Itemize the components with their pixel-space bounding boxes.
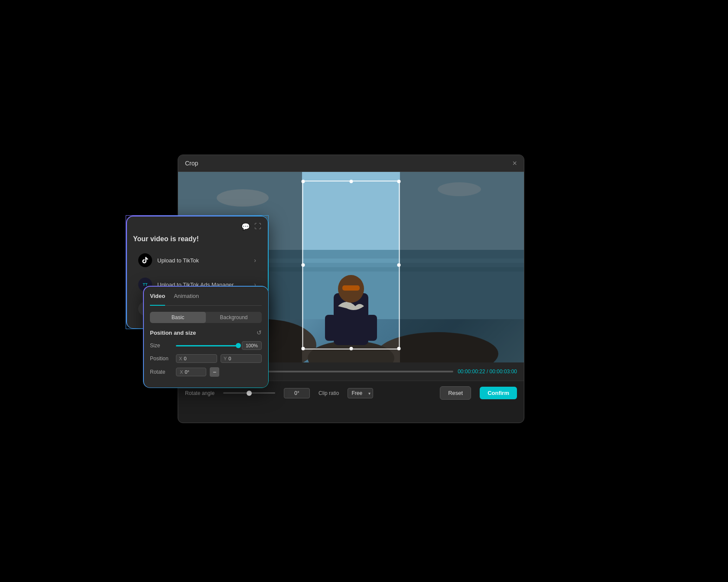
rotate-inputs: X 0° − — [176, 367, 219, 377]
crop-handle-mr[interactable] — [397, 263, 401, 267]
crop-handle-ml[interactable] — [302, 263, 305, 267]
clip-ratio-select[interactable]: Free 16:9 9:16 1:1 4:3 — [348, 388, 373, 398]
crop-overlay[interactable] — [302, 181, 400, 349]
rotate-row: Rotate X 0° − — [150, 367, 262, 377]
rotate-x-label: X — [180, 369, 183, 375]
rotate-label: Rotate — [150, 369, 172, 375]
time-separator: / — [485, 369, 490, 375]
comment-icon: 💬 — [241, 223, 250, 231]
close-button[interactable]: × — [512, 159, 517, 167]
expand-icon[interactable]: ⛶ — [254, 223, 261, 231]
clip-ratio-label: Clip ratio — [318, 390, 339, 396]
time-display: 00:00:00:22 / 00:00:03:00 — [458, 369, 517, 375]
crop-handle-tr[interactable] — [397, 180, 401, 183]
crop-handle-bc[interactable] — [349, 347, 353, 350]
position-label: Position — [150, 356, 172, 362]
size-slider-thumb[interactable] — [236, 343, 241, 348]
current-time: 00:00:00:22 — [458, 369, 485, 375]
crop-handle-br[interactable] — [397, 347, 401, 350]
rotate-angle-input[interactable]: 0° — [284, 388, 310, 398]
position-x-input[interactable]: X 0 — [176, 354, 217, 363]
tab-video[interactable]: Video — [150, 293, 165, 306]
rotate-x-value: 0° — [185, 369, 189, 375]
tiktok-chevron: › — [254, 257, 256, 264]
crop-handle-bl[interactable] — [302, 347, 305, 350]
size-slider-fill — [176, 345, 238, 346]
position-inputs: X 0 Y 0 — [176, 354, 262, 363]
position-row: Position X 0 Y 0 — [150, 354, 262, 363]
mode-basic-button[interactable]: Basic — [150, 312, 206, 323]
pos-x-value: 0 — [184, 356, 186, 361]
pos-y-value: 0 — [228, 356, 231, 361]
rotate-minus-button[interactable]: − — [210, 367, 219, 377]
crop-title: Crop — [185, 160, 198, 167]
props-tabs: Video Animation — [150, 293, 262, 306]
position-size-title: Position and size — [150, 330, 196, 336]
crop-titlebar: Crop × — [178, 155, 524, 172]
total-time: 00:00:03:00 — [490, 369, 517, 375]
clip-ratio-select-wrapper: Free 16:9 9:16 1:1 4:3 — [348, 388, 373, 398]
size-row: Size 100% — [150, 341, 262, 350]
tiktok-label: Upload to TikTok — [157, 257, 254, 264]
crop-handle-tl[interactable] — [302, 180, 305, 183]
dim-right — [400, 172, 524, 362]
pos-y-label: Y — [224, 356, 227, 361]
rotate-angle-label: Rotate angle — [185, 390, 214, 396]
rotate-slider-container — [223, 392, 275, 394]
pos-x-label: X — [179, 356, 182, 361]
rotate-slider-thumb[interactable] — [247, 391, 252, 396]
crop-handle-tc[interactable] — [349, 180, 353, 183]
reset-button[interactable]: Reset — [440, 386, 471, 400]
size-label: Size — [150, 343, 172, 349]
position-y-input[interactable]: Y 0 — [221, 354, 262, 363]
upload-tiktok-option[interactable]: Upload to TikTok › — [133, 249, 261, 272]
mode-background-button[interactable]: Background — [206, 312, 262, 323]
size-value: 100% — [242, 341, 262, 350]
props-panel: Video Animation Basic Background Positio… — [143, 286, 269, 388]
mode-selector: Basic Background — [150, 312, 262, 323]
scene: Crop × — [126, 129, 602, 453]
tiktok-icon — [138, 253, 152, 267]
rotate-x-input[interactable]: X 0° — [176, 368, 206, 376]
rotate-slider-track[interactable] — [223, 392, 275, 394]
reset-position-icon[interactable]: ↺ — [257, 329, 262, 336]
tab-animation[interactable]: Animation — [174, 293, 199, 302]
confirm-button[interactable]: Confirm — [480, 387, 517, 399]
position-size-header: Position and size ↺ — [150, 329, 262, 336]
size-slider-container: 100% — [176, 341, 262, 350]
size-slider[interactable] — [176, 345, 238, 346]
ready-text: Your video is ready! — [133, 235, 261, 243]
panel-top-icons: 💬 ⛶ — [133, 223, 261, 231]
